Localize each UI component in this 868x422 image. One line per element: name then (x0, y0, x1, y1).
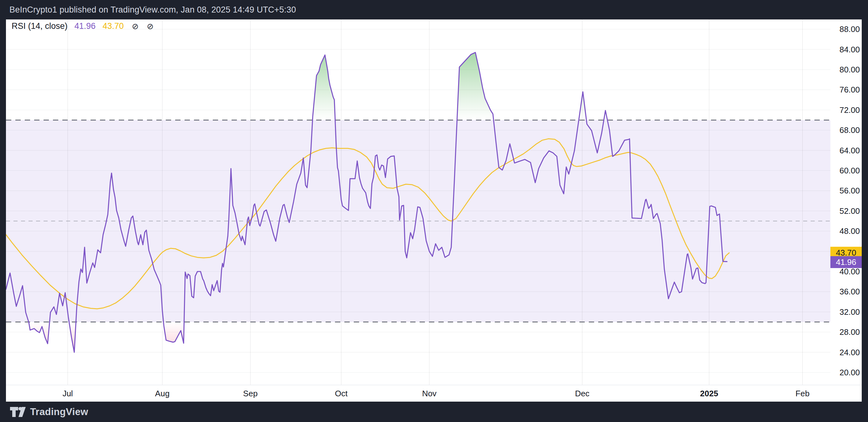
legend-ma-value: 43.70 (102, 21, 124, 31)
rsi-price-label: 41.96 (830, 256, 862, 268)
overbought-fill (457, 52, 494, 120)
y-axis-label: 36.00 (831, 287, 860, 297)
legend-rsi-value: 41.96 (74, 21, 96, 31)
y-axis-label: 76.00 (831, 85, 860, 95)
x-axis-label: Sep (243, 389, 257, 398)
footer-bar: TradingView (0, 402, 868, 422)
x-axis-label: Jul (62, 389, 73, 398)
legend-title: RSI (14, close) (11, 21, 68, 31)
overbought-fill (312, 55, 335, 120)
tradingview-logo (9, 406, 26, 418)
publish-bar: BeInCrypto1 published on TradingView.com… (0, 0, 868, 20)
y-axis-label: 88.00 (831, 25, 860, 34)
y-axis-label: 80.00 (831, 65, 860, 74)
y-axis-label: 56.00 (831, 186, 860, 195)
y-axis-label: 64.00 (831, 146, 860, 155)
y-axis-label: 32.00 (831, 307, 860, 316)
indicator-legend: RSI (14, close) 41.96 43.70 ⊘ ⊘ (11, 21, 154, 31)
x-axis-label: Aug (155, 389, 169, 398)
y-axis-label: 68.00 (831, 125, 860, 135)
publish-text: BeInCrypto1 published on TradingView.com… (9, 5, 296, 15)
x-axis-label: Oct (335, 389, 347, 398)
footer-brand-text: TradingView (30, 406, 88, 418)
y-axis-label: 28.00 (831, 327, 860, 337)
chart-panel: RSI (14, close) 41.96 43.70 ⊘ ⊘ 88.0084.… (6, 20, 862, 402)
rsi-chart (6, 20, 862, 402)
x-axis-label: Nov (422, 389, 436, 398)
x-axis-label: Dec (575, 389, 589, 398)
x-axis-label: Feb (796, 389, 810, 398)
x-axis-label: 2025 (700, 389, 718, 398)
y-axis-label: 20.00 (831, 368, 860, 378)
y-axis-label: 60.00 (831, 166, 860, 176)
hide-ma-icon[interactable]: ⊘ (147, 22, 154, 30)
y-axis-label: 84.00 (831, 44, 860, 54)
y-axis-label: 72.00 (831, 105, 860, 115)
y-axis-label: 24.00 (831, 348, 860, 357)
tradingview-snapshot: BeInCrypto1 published on TradingView.com… (0, 0, 868, 422)
hide-rsi-icon[interactable]: ⊘ (132, 22, 139, 30)
y-axis-label: 52.00 (831, 206, 860, 216)
y-axis-label: 48.00 (831, 227, 860, 236)
